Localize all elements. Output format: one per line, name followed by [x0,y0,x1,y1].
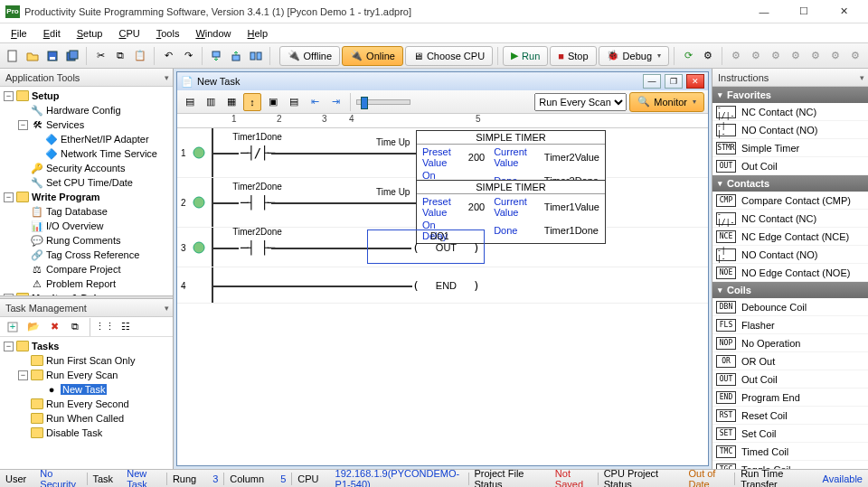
task-props-icon[interactable]: ⋮⋮ [96,318,114,336]
tree-services[interactable]: −🛠Services [2,117,173,132]
new-task-icon[interactable]: + [4,318,22,336]
instruction-item[interactable]: ENDProgram End [712,389,868,407]
rung-3[interactable]: 3 Timer2Done ─┤ ├─ DQ1 (OUT) [177,228,708,267]
compare-icon[interactable] [247,47,265,65]
cat-favorites[interactable]: ▾Favorites [712,87,868,103]
tree-write-program[interactable]: −Write Program [2,190,173,204]
instruction-item[interactable]: -| |-NO Contact (NO) [712,246,868,264]
instruction-item[interactable]: STMRSimple Timer [712,139,868,157]
copy-task-icon[interactable]: ⧉ [66,318,84,336]
new-icon[interactable] [4,47,22,65]
rung-1[interactable]: 1 Timer1Done ─┤/├─ Time Up SIMPLE TIMER … [177,128,708,178]
open-task-icon[interactable]: 📂 [24,318,42,336]
scan-mode-select[interactable]: Run Every Scan [534,93,627,111]
tool6-icon[interactable]: ⚙ [826,47,844,65]
tree-hardware-config[interactable]: 🔧Hardware Config [2,103,173,117]
instruction-item[interactable]: NCENC Edge Contact (NCE) [712,228,868,246]
instruction-item[interactable]: SETSet Coil [712,425,868,443]
gear-icon[interactable]: ⚙ [699,47,717,65]
online-button[interactable]: 🔌Online [342,46,403,66]
task-disable-task[interactable]: Disable Task [2,426,173,440]
copy-icon[interactable]: ⧉ [111,47,129,65]
tool3-icon[interactable]: ⚙ [767,47,785,65]
doc-restore-button[interactable]: ❐ [665,74,683,89]
out-coil[interactable]: (OUT) [412,240,480,254]
instruction-item[interactable]: OUTOut Coil [712,157,868,175]
instruction-item[interactable]: FLSFlasher [712,316,868,334]
tree-problem-report[interactable]: ⚠Problem Report [2,276,173,291]
instructions-header[interactable]: Instructions▾ [712,69,868,87]
monitor-button[interactable]: 🔍Monitor [629,92,704,112]
instruction-item[interactable]: NOPNo Operation [712,334,868,352]
tool7-icon[interactable]: ⚙ [846,47,864,65]
transfer-down-icon[interactable] [207,47,225,65]
undo-icon[interactable]: ↶ [159,47,177,65]
transfer-up-icon[interactable] [227,47,245,65]
cat-contacts[interactable]: ▾Contacts [712,175,868,192]
contact-timer2done-no[interactable]: Timer2Done ─┤ ├─ [241,195,274,210]
menu-window[interactable]: Window [188,26,238,41]
menu-setup[interactable]: Setup [70,26,110,41]
tool2-icon[interactable]: ⚙ [747,47,765,65]
tool1-icon[interactable]: ⚙ [727,47,745,65]
tree-set-cpu-time[interactable]: 🔧Set CPU Time/Date [2,175,173,190]
instruction-item[interactable]: -| |-NO Contact (NO) [712,121,868,139]
zoom-slider[interactable] [356,99,410,105]
stop-button[interactable]: ■Stop [550,46,596,66]
instruction-item[interactable]: TMCTimed Coil [712,443,868,461]
tree-ethernet-ip[interactable]: 🔷EtherNet/IP Adapter [2,132,173,146]
task-run-first-scan[interactable]: Run First Scan Only [2,353,173,368]
tree-tasks[interactable]: −Tasks [2,339,173,353]
doc-tb-5-icon[interactable]: ▣ [264,93,282,111]
open-icon[interactable] [24,47,42,65]
tool4-icon[interactable]: ⚙ [787,47,805,65]
delete-task-icon[interactable]: ✖ [45,318,63,336]
instruction-item[interactable]: -|/|-NC Contact (NC) [712,210,868,228]
redo-icon[interactable]: ↷ [179,47,197,65]
menu-tools[interactable]: Tools [149,26,187,41]
tree-tag-xref[interactable]: 🔗Tag Cross Reference [2,248,173,262]
doc-minimize-button[interactable]: — [643,74,661,89]
instruction-item[interactable]: NOENO Edge Contact (NOE) [712,264,868,282]
doc-close-button[interactable]: ✕ [686,74,704,89]
instruction-item[interactable]: RSTReset Coil [712,407,868,425]
task-run-every-scan[interactable]: −Run Every Scan [2,368,173,382]
debug-button[interactable]: 🐞Debug [599,46,669,66]
tree-rung-comments[interactable]: 💬Rung Comments [2,233,173,248]
cat-coils[interactable]: ▾Coils [712,282,868,298]
paste-icon[interactable]: 📋 [131,47,149,65]
tree-io-overview[interactable]: 📊I/O Overview [2,219,173,233]
doc-titlebar[interactable]: 📄 New Task — ❐ ✕ [177,72,708,90]
instruction-item[interactable]: OUTOut Coil [712,370,868,389]
doc-tb-select-icon[interactable]: ↕ [243,93,261,111]
task-management-header[interactable]: Task Management▾ [0,299,173,317]
menu-cpu[interactable]: CPU [111,26,146,41]
doc-tb-right-icon[interactable]: ⇥ [326,93,344,111]
contact-timer1done-nc[interactable]: Timer1Done ─┤/├─ [241,145,274,160]
maximize-button[interactable]: ☐ [785,2,823,22]
choose-cpu-button[interactable]: 🖥Choose CPU [405,46,493,66]
save-icon[interactable] [43,47,61,65]
ladder-canvas[interactable]: 1 Timer1Done ─┤/├─ Time Up SIMPLE TIMER … [177,128,708,465]
instruction-item[interactable]: -|/|-NC Contact (NC) [712,103,868,121]
save-all-icon[interactable] [63,47,81,65]
rung-2[interactable]: 2 Timer2Done ─┤ ├─ Time Up SIMPLE TIMER … [177,178,708,228]
tree-tag-database[interactable]: 📋Tag Database [2,204,173,219]
cut-icon[interactable]: ✂ [91,47,109,65]
task-more-icon[interactable]: ☷ [117,318,135,336]
doc-tb-3-icon[interactable]: ▦ [222,93,241,111]
minimize-button[interactable]: — [745,2,783,22]
refresh-icon[interactable]: ⟳ [679,47,697,65]
run-button[interactable]: ▶Run [503,46,548,66]
application-tools-header[interactable]: Application Tools▾ [0,69,173,87]
task-run-every-second[interactable]: Run Every Second [2,397,173,411]
doc-tb-2-icon[interactable]: ▥ [202,93,220,111]
close-button[interactable]: ✕ [825,2,863,22]
instruction-item[interactable]: DBNDebounce Coil [712,298,868,316]
tree-compare-project[interactable]: ⚖Compare Project [2,262,173,276]
contact-timer2done-no-r3[interactable]: Timer2Done ─┤ ├─ [241,240,274,255]
rung-4[interactable]: 4 (END) [177,267,708,304]
end-coil[interactable]: (END) [412,278,480,292]
offline-button[interactable]: 🔌Offline [279,46,341,66]
tree-security-accounts[interactable]: 🔑Security Accounts [2,161,173,175]
